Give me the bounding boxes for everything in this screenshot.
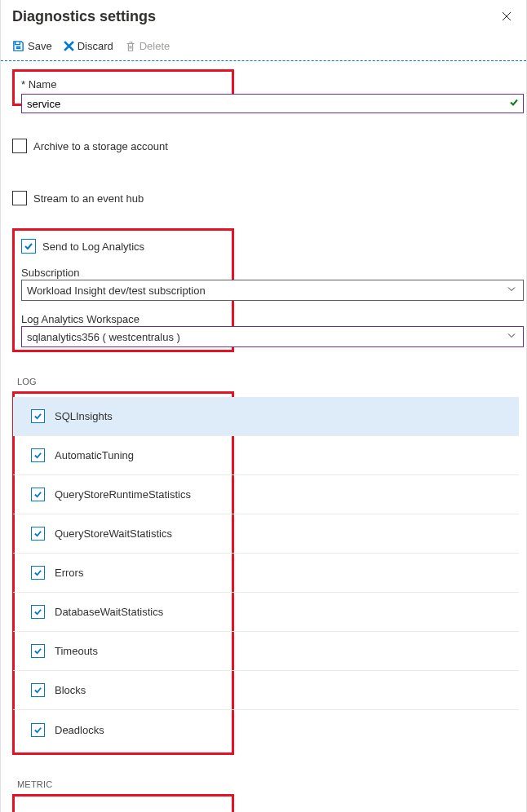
archive-label: Archive to a storage account [33, 140, 168, 152]
log-item-checkbox[interactable] [31, 723, 45, 737]
highlight-log-box: SQLInsightsAutomaticTuningQueryStoreRunt… [12, 391, 234, 755]
archive-checkbox[interactable] [12, 139, 27, 153]
log-item-row: QueryStoreWaitStatistics [13, 514, 519, 554]
delete-icon [125, 41, 136, 52]
valid-check-icon [509, 98, 519, 110]
log-item-checkbox[interactable] [31, 448, 45, 462]
name-label: * Name [21, 78, 225, 90]
log-item-label: Timeouts [55, 645, 98, 657]
save-label: Save [28, 40, 52, 52]
subscription-value: Workload Insight dev/test subscription [27, 285, 206, 297]
chevron-down-icon [507, 285, 516, 297]
log-item-checkbox[interactable] [31, 683, 45, 697]
log-item-label: Blocks [55, 684, 86, 696]
stream-checkbox[interactable] [12, 191, 27, 205]
log-item-row: QueryStoreRuntimeStatistics [13, 475, 519, 514]
log-item-label: AutomaticTuning [55, 449, 134, 461]
log-section-heading: LOG [17, 377, 515, 386]
log-item-row: Errors [13, 554, 519, 593]
name-input[interactable] [21, 94, 524, 113]
log-analytics-checkbox[interactable] [21, 239, 36, 254]
stream-row: Stream to an event hub [12, 191, 515, 205]
log-analytics-label: Send to Log Analytics [42, 241, 144, 253]
delete-button[interactable]: Delete [125, 40, 170, 52]
log-item-label: Errors [55, 567, 83, 579]
workspace-select[interactable]: sqlanalytics356 ( westcentralus ) [21, 326, 524, 347]
blade-header: Diagnostics settings [1, 0, 526, 35]
metric-section-heading: METRIC [17, 779, 515, 789]
log-item-row: Blocks [13, 671, 519, 710]
log-item-row: DatabaseWaitStatistics [13, 593, 519, 632]
log-item-checkbox[interactable] [31, 566, 45, 580]
log-item-checkbox[interactable] [31, 527, 45, 541]
log-item-row: AutomaticTuning [13, 436, 519, 475]
log-item-label: QueryStoreWaitStatistics [55, 527, 172, 540]
required-asterisk: * [21, 78, 25, 90]
log-item-checkbox[interactable] [31, 644, 45, 658]
log-analytics-row: Send to Log Analytics [21, 239, 225, 254]
log-item-label: DatabaseWaitStatistics [55, 606, 163, 618]
subscription-label: Subscription [21, 267, 225, 279]
log-item-checkbox[interactable] [31, 605, 45, 619]
toolbar: Save Discard Delete [1, 35, 526, 61]
subscription-select[interactable]: Workload Insight dev/test subscription [21, 280, 524, 301]
close-button[interactable] [498, 10, 515, 24]
save-button[interactable]: Save [12, 40, 52, 52]
stream-label: Stream to an event hub [33, 192, 144, 205]
log-item-label: QueryStoreRuntimeStatistics [55, 488, 191, 501]
discard-button[interactable]: Discard [64, 40, 113, 52]
workspace-label: Log Analytics Workspace [21, 313, 225, 325]
log-item-checkbox[interactable] [31, 488, 45, 501]
log-item-checkbox[interactable] [31, 409, 45, 423]
chevron-down-icon [507, 331, 516, 343]
archive-row: Archive to a storage account [12, 139, 515, 153]
log-item-row: SQLInsights [13, 397, 519, 436]
discard-icon [64, 41, 74, 51]
highlight-metric-box: Basic [12, 794, 234, 812]
log-item-label: SQLInsights [55, 410, 113, 422]
log-item-label: Deadlocks [55, 724, 104, 736]
save-icon [12, 40, 24, 52]
metric-item-row: Basic [13, 800, 519, 812]
log-item-row: Timeouts [13, 632, 519, 671]
delete-label: Delete [140, 40, 170, 52]
workspace-value: sqlanalytics356 ( westcentralus ) [27, 331, 180, 343]
discard-label: Discard [78, 40, 113, 52]
page-title: Diagnostics settings [12, 8, 156, 25]
log-item-row: Deadlocks [13, 710, 519, 749]
